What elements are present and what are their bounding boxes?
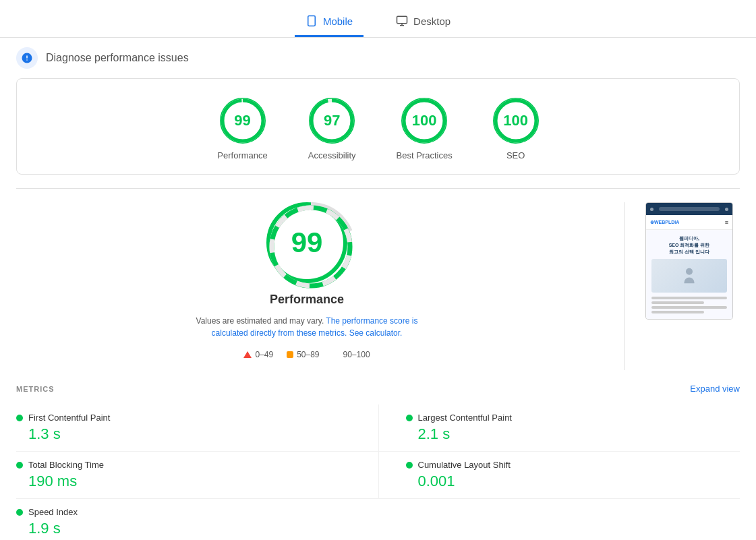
diagnose-icon bbox=[16, 47, 38, 69]
metric-si-value: 1.9 s bbox=[16, 520, 368, 537]
legend-square-icon bbox=[287, 351, 293, 358]
preview-bar-dot1 bbox=[650, 208, 653, 211]
score-arc-accessibility bbox=[309, 98, 355, 144]
preview-image bbox=[651, 259, 727, 293]
metric-item-fcp: First Contentful Paint 1.3 s bbox=[16, 404, 378, 452]
metric-item-tbt: Total Blocking Time 190 ms bbox=[16, 452, 378, 499]
preview-headline: 웹피디아, SEO 최적화를 위한 최고의 선택 입니다 bbox=[651, 235, 727, 255]
metric-si-dot bbox=[16, 509, 23, 516]
metrics-section: METRICS Expand view First Contentful Pai… bbox=[16, 384, 740, 540]
metric-si-name-row: Speed Index bbox=[16, 507, 368, 517]
score-description: Values are estimated and may vary. The p… bbox=[192, 315, 421, 339]
metric-item-si: Speed Index 1.9 s bbox=[16, 499, 378, 540]
vertical-divider bbox=[624, 202, 625, 370]
svg-rect-2 bbox=[397, 16, 407, 24]
site-preview-body: 웹피디아, SEO 최적화를 위한 최고의 선택 입니다 bbox=[646, 230, 732, 319]
scores-section: 99 Performance 97 Accessibility bbox=[16, 78, 740, 175]
preview-bar-dot2 bbox=[725, 208, 728, 211]
preview-text-line-3 bbox=[651, 306, 727, 309]
legend-item-bad: 0–49 bbox=[243, 350, 273, 359]
metric-cls-name-row: Cumulative Layout Shift bbox=[406, 460, 730, 470]
legend-item-good: 90–100 bbox=[333, 350, 370, 359]
metric-cls-dot bbox=[406, 462, 413, 469]
svg-point-13 bbox=[496, 100, 536, 141]
preview-url-bar bbox=[659, 207, 720, 211]
preview-text-line-2 bbox=[651, 301, 704, 304]
score-desc-static: Values are estimated and may vary. bbox=[196, 316, 324, 326]
score-item-best-practices[interactable]: 100 Best Practices bbox=[397, 98, 453, 160]
tab-mobile-label: Mobile bbox=[323, 16, 353, 27]
metric-lcp-name: Largest Contentful Paint bbox=[418, 413, 512, 423]
score-item-seo[interactable]: 100 SEO bbox=[493, 98, 539, 160]
metrics-grid: First Contentful Paint 1.3 s Largest Con… bbox=[16, 404, 740, 540]
site-preview-nav: ⊕WEBPLDIA ≡ bbox=[646, 215, 732, 230]
main-content: 99 Performance Values are estimated and … bbox=[0, 189, 756, 384]
big-score-arc bbox=[266, 202, 355, 291]
metric-fcp-value: 1.3 s bbox=[16, 425, 368, 443]
site-preview-bar bbox=[646, 203, 732, 215]
svg-point-11 bbox=[404, 100, 444, 141]
score-circle-best-practices: 100 bbox=[401, 98, 447, 144]
score-label-performance: Performance bbox=[217, 150, 267, 160]
preview-text-lines bbox=[651, 297, 727, 313]
legend-triangle-icon bbox=[243, 351, 252, 358]
metric-fcp-name-row: First Contentful Paint bbox=[16, 413, 368, 423]
left-panel: 99 Performance Values are estimated and … bbox=[16, 202, 624, 370]
big-score-circle: 99 bbox=[266, 202, 347, 283]
metric-tbt-value: 190 ms bbox=[16, 473, 368, 490]
metric-tbt-dot bbox=[16, 462, 23, 469]
tab-desktop[interactable]: Desktop bbox=[385, 8, 461, 37]
metric-fcp-dot bbox=[16, 415, 23, 421]
score-arc-seo bbox=[493, 98, 539, 144]
preview-menu-icon: ≡ bbox=[725, 219, 728, 226]
score-circle-accessibility: 97 bbox=[309, 98, 355, 144]
legend-good-range: 90–100 bbox=[343, 350, 370, 359]
right-panel: ⊕WEBPLDIA ≡ 웹피디아, SEO 최적화를 위한 최고의 선택 입니다 bbox=[645, 202, 740, 370]
score-circle-seo: 100 bbox=[493, 98, 539, 144]
preview-line1: 웹피디아, bbox=[679, 236, 699, 241]
metric-item-cls: Cumulative Layout Shift 0.001 bbox=[378, 452, 740, 499]
metric-lcp-name-row: Largest Contentful Paint bbox=[406, 413, 730, 423]
tab-mobile[interactable]: Mobile bbox=[295, 8, 364, 37]
mobile-icon bbox=[306, 15, 318, 27]
header-area: Diagnose performance issues bbox=[0, 38, 756, 78]
preview-line2: SEO 최적화를 위한 bbox=[669, 243, 710, 247]
metric-tbt-name-row: Total Blocking Time bbox=[16, 460, 368, 470]
metric-si-name: Speed Index bbox=[28, 507, 78, 517]
preview-text-line-4 bbox=[651, 311, 704, 313]
preview-line3: 최고의 선택 입니다 bbox=[669, 249, 709, 254]
metric-lcp-value: 2.1 s bbox=[406, 425, 730, 443]
legend-item-average: 50–89 bbox=[287, 350, 319, 359]
metric-cls-value: 0.001 bbox=[406, 473, 730, 490]
top-nav: Mobile Desktop bbox=[0, 0, 756, 38]
page-wrapper: Mobile Desktop Diagnose performance issu… bbox=[0, 0, 756, 540]
metric-fcp-name: First Contentful Paint bbox=[28, 413, 110, 423]
desktop-icon bbox=[396, 15, 408, 27]
svg-point-9 bbox=[312, 100, 352, 141]
metric-cls-name: Cumulative Layout Shift bbox=[418, 460, 511, 470]
legend-bad-range: 0–49 bbox=[255, 350, 273, 359]
legend-avg-range: 50–89 bbox=[297, 350, 319, 359]
score-label-best-practices: Best Practices bbox=[397, 150, 453, 160]
metric-item-lcp: Largest Contentful Paint 2.1 s bbox=[378, 404, 740, 452]
score-arc-best-practices bbox=[401, 98, 447, 144]
metrics-title: METRICS bbox=[16, 385, 55, 393]
tab-desktop-label: Desktop bbox=[413, 16, 450, 27]
score-desc-link2[interactable]: See calculator. bbox=[349, 328, 403, 338]
header-title: Diagnose performance issues bbox=[46, 52, 189, 64]
big-score-title: Performance bbox=[270, 293, 344, 307]
metrics-header: METRICS Expand view bbox=[16, 384, 740, 394]
score-item-accessibility[interactable]: 97 Accessibility bbox=[308, 98, 356, 160]
expand-view-link[interactable]: Expand view bbox=[690, 384, 740, 394]
score-arc-performance bbox=[220, 98, 266, 144]
svg-point-7 bbox=[223, 100, 263, 141]
big-score-container: 99 Performance Values are estimated and … bbox=[16, 202, 598, 359]
site-preview-logo: ⊕WEBPLDIA bbox=[650, 220, 679, 225]
metric-tbt-name: Total Blocking Time bbox=[28, 460, 104, 470]
legend-circle-icon bbox=[333, 351, 340, 358]
score-item-performance[interactable]: 99 Performance bbox=[217, 98, 267, 160]
person-icon bbox=[679, 266, 699, 286]
svg-rect-0 bbox=[308, 16, 316, 26]
score-label-seo: SEO bbox=[506, 150, 525, 160]
site-preview: ⊕WEBPLDIA ≡ 웹피디아, SEO 최적화를 위한 최고의 선택 입니다 bbox=[645, 202, 733, 320]
